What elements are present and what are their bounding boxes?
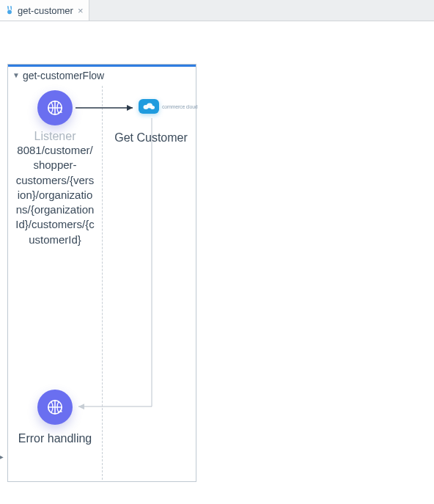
connector-badge-text: commerce cloud xyxy=(162,104,198,109)
salesforce-cloud-icon xyxy=(139,99,159,114)
http-error-icon xyxy=(37,390,73,425)
flow-canvas[interactable]: ▼ get-customerFlow xyxy=(0,21,434,504)
flow-node-error-handling[interactable]: Error handling xyxy=(15,390,95,445)
flow-node-listener[interactable]: Listener 8081/customer/shopper-customers… xyxy=(15,90,95,247)
flow-title: get-customerFlow xyxy=(23,70,104,81)
chevron-down-icon[interactable]: ▼ xyxy=(12,72,20,79)
svg-point-0 xyxy=(7,10,12,14)
close-icon[interactable]: × xyxy=(78,5,84,16)
mule-rabbit-icon xyxy=(4,5,15,15)
flow-node-get-customer[interactable]: commerce cloud xyxy=(139,99,198,114)
flow-container[interactable]: ▼ get-customerFlow xyxy=(7,64,196,482)
flow-body: Listener 8081/customer/shopper-customers… xyxy=(8,86,196,480)
chevron-right-icon[interactable]: ▶ xyxy=(0,453,4,461)
error-handling-label: Error handling xyxy=(18,432,92,445)
editor-tab-get-customer[interactable]: get-customer × xyxy=(0,0,89,21)
flow-header[interactable]: ▼ get-customerFlow xyxy=(8,67,196,86)
http-listener-icon xyxy=(37,90,73,125)
svg-point-9 xyxy=(150,106,155,109)
listener-path: 8081/customer/shopper-customers/{version… xyxy=(15,143,95,247)
listener-label: Listener xyxy=(34,130,76,143)
editor-tab-bar: get-customer × xyxy=(0,0,434,21)
editor-tab-label: get-customer xyxy=(18,5,73,16)
get-customer-label: Get Customer xyxy=(111,130,191,146)
